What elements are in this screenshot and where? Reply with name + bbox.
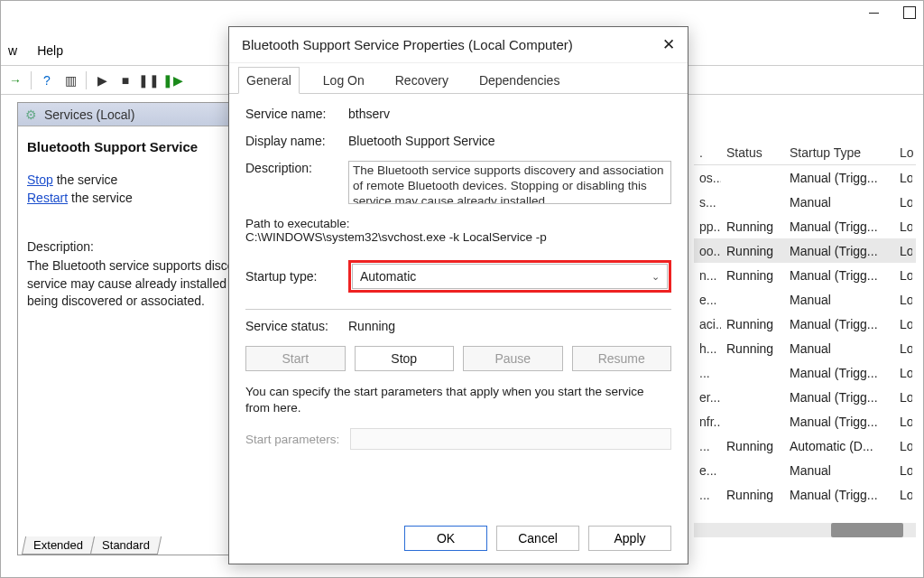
tab-general[interactable]: General xyxy=(238,67,300,94)
table-row[interactable]: aci...RunningManual (Trigg...Lo xyxy=(694,312,916,336)
description-field-label: Description: xyxy=(245,161,348,175)
table-row[interactable]: ...RunningManual (Trigg...Lo xyxy=(694,482,916,507)
minimize-icon[interactable] xyxy=(869,6,882,19)
toolbar-separator xyxy=(31,71,32,89)
menu-view[interactable]: w xyxy=(8,43,17,58)
apply-button[interactable]: Apply xyxy=(588,526,671,551)
table-row[interactable]: e...ManualLo xyxy=(694,287,916,312)
service-properties-dialog: Bluetooth Support Service Properties (Lo… xyxy=(228,26,688,564)
startup-type-select[interactable]: Automatic ⌄ xyxy=(352,264,668,289)
tab-recovery[interactable]: Recovery xyxy=(388,68,456,93)
dialog-titlebar: Bluetooth Support Service Properties (Lo… xyxy=(229,27,688,63)
table-row[interactable]: ...Manual (Trigg...Lo xyxy=(694,360,916,385)
col-logon[interactable]: Lo xyxy=(894,145,912,160)
stop-button[interactable]: Stop xyxy=(355,346,455,371)
table-row[interactable]: nfr...Manual (Trigg...Lo xyxy=(694,409,916,434)
nav-arrow-icon[interactable]: → xyxy=(5,70,26,91)
display-name-label: Display name: xyxy=(245,134,348,148)
ok-button[interactable]: OK xyxy=(404,526,487,551)
startup-type-label: Startup type: xyxy=(245,269,348,284)
col-status[interactable]: Status xyxy=(721,145,784,160)
services-list-table: . Status Startup Type Lo os...Manual (Tr… xyxy=(694,140,916,523)
path-value: C:\WINDOWS\system32\svchost.exe -k Local… xyxy=(245,230,671,244)
path-label: Path to executable: xyxy=(245,217,671,230)
table-row[interactable]: er...Manual (Trigg...Lo xyxy=(694,385,916,409)
table-header: . Status Startup Type Lo xyxy=(694,140,916,165)
table-row[interactable]: n...RunningManual (Trigg...Lo xyxy=(694,263,916,287)
table-row[interactable]: pp...RunningManual (Trigg...Lo xyxy=(694,214,916,238)
table-row[interactable]: s...ManualLo xyxy=(694,190,916,214)
table-row[interactable]: os...Manual (Trigg...Lo xyxy=(694,165,916,190)
horizontal-scrollbar[interactable] xyxy=(694,523,916,537)
panel-title: Services (Local) xyxy=(44,107,134,122)
table-row[interactable]: h...RunningManualLo xyxy=(694,336,916,360)
dialog-title-text: Bluetooth Support Service Properties (Lo… xyxy=(242,37,573,52)
cancel-button[interactable]: Cancel xyxy=(496,526,579,551)
stop-icon[interactable]: ■ xyxy=(115,70,136,91)
scrollbar-thumb[interactable] xyxy=(831,523,903,537)
table-row[interactable]: ...RunningAutomatic (D...Lo xyxy=(694,434,916,458)
dialog-tabs: General Log On Recovery Dependencies xyxy=(229,63,688,94)
tab-logon[interactable]: Log On xyxy=(316,68,372,93)
maximize-icon[interactable] xyxy=(903,6,916,19)
resume-button: Resume xyxy=(572,346,672,371)
restart-link[interactable]: Restart xyxy=(27,191,68,205)
service-status-value: Running xyxy=(348,319,395,333)
view-mode-tabs: Extended Standard xyxy=(23,536,159,555)
col-startup[interactable]: Startup Type xyxy=(784,145,894,160)
pause-icon[interactable]: ❚❚ xyxy=(138,70,160,91)
play-icon[interactable]: ▶ xyxy=(91,70,113,91)
chevron-down-icon: ⌄ xyxy=(651,271,660,283)
description-textbox[interactable]: The Bluetooth service supports discovery… xyxy=(348,161,671,204)
start-params-label: Start parameters: xyxy=(245,433,339,446)
start-button: Start xyxy=(245,346,346,371)
restart-icon[interactable]: ❚▶ xyxy=(162,70,183,91)
start-params-hint: You can specify the start parameters tha… xyxy=(245,384,671,415)
service-name-value: bthserv xyxy=(348,107,390,121)
tab-standard[interactable]: Standard xyxy=(90,536,162,555)
divider xyxy=(245,309,671,310)
close-icon[interactable]: ✕ xyxy=(662,35,675,54)
display-name-value: Bluetooth Support Service xyxy=(348,134,495,148)
services-main-window: w Help → ? ▥ ▶ ■ ❚❚ ❚▶ ⚙ Services (Local… xyxy=(0,0,924,578)
pane-toggle-icon[interactable]: ▥ xyxy=(60,70,81,91)
stop-link[interactable]: Stop xyxy=(27,172,53,187)
table-row[interactable]: oo...RunningManual (Trigg...Lo xyxy=(694,238,916,263)
toolbar-separator xyxy=(86,71,87,89)
help-icon[interactable]: ? xyxy=(36,70,58,91)
tab-extended[interactable]: Extended xyxy=(22,536,95,555)
service-name-label: Service name: xyxy=(245,107,348,121)
pause-button: Pause xyxy=(463,346,563,371)
window-controls xyxy=(869,6,916,19)
start-params-input xyxy=(350,428,671,450)
tab-dependencies[interactable]: Dependencies xyxy=(472,68,568,93)
service-status-label: Service status: xyxy=(245,319,348,333)
table-row[interactable]: e...ManualLo xyxy=(694,458,916,482)
menu-help[interactable]: Help xyxy=(37,43,63,58)
gear-icon: ⚙ xyxy=(25,107,37,122)
